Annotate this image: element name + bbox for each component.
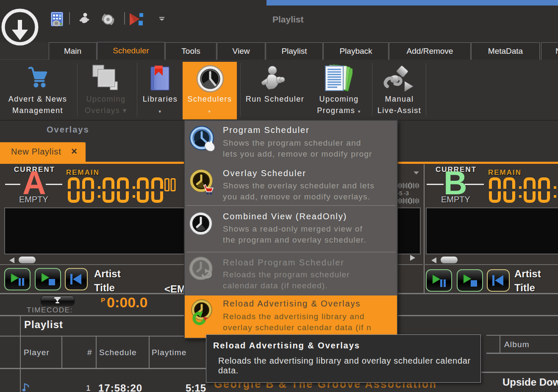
svg-text:-5 -3: -5 -3 <box>397 190 409 196</box>
